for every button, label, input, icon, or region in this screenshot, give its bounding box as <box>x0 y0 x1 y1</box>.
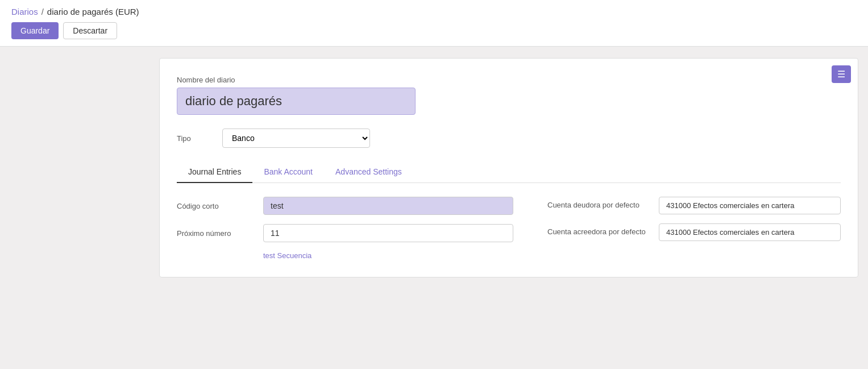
proximo-numero-field: Próximo número <box>177 224 513 242</box>
breadcrumb-parent[interactable]: Diarios <box>11 7 38 16</box>
main-content: ☰ Nombre del diario Tipo Banco Efectivo … <box>0 47 868 289</box>
tab-journal-entries[interactable]: Journal Entries <box>177 161 252 183</box>
cuenta-acreedora-input[interactable] <box>659 223 841 241</box>
codigo-corto-field: Código corto <box>177 197 513 215</box>
left-fields: Código corto Próximo número test Secuenc… <box>177 197 513 260</box>
codigo-corto-label: Código corto <box>177 202 256 210</box>
journal-name-label: Nombre del diario <box>177 76 841 84</box>
cuenta-deudora-input[interactable] <box>659 197 841 214</box>
save-button[interactable]: Guardar <box>11 22 59 39</box>
breadcrumb-separator: / <box>41 7 44 16</box>
proximo-numero-label: Próximo número <box>177 229 256 238</box>
card-icon: ☰ <box>837 69 845 79</box>
tipo-select[interactable]: Banco Efectivo Ventas Compras Varios <box>222 128 370 148</box>
tab-content: Código corto Próximo número test Secuenc… <box>177 197 841 260</box>
action-buttons: Guardar Descartar <box>11 22 857 39</box>
tab-advanced-settings[interactable]: Advanced Settings <box>324 161 413 183</box>
codigo-corto-input[interactable] <box>263 197 513 215</box>
cuenta-deudora-label: Cuenta deudora por defecto <box>547 201 639 209</box>
tabs-container: Journal Entries Bank Account Advanced Se… <box>177 161 841 183</box>
form-card: ☰ Nombre del diario Tipo Banco Efectivo … <box>159 58 858 277</box>
breadcrumb: Diarios / diario de pagarés (EUR) <box>11 7 857 16</box>
journal-name-input[interactable] <box>177 88 416 115</box>
top-bar: Diarios / diario de pagarés (EUR) Guarda… <box>0 0 868 47</box>
tab-bank-account[interactable]: Bank Account <box>252 161 324 183</box>
cuenta-acreedora-label: Cuenta acreedora por defecto <box>547 227 646 236</box>
discard-button[interactable]: Descartar <box>63 22 117 39</box>
cuenta-deudora-row: Cuenta deudora por defecto <box>547 197 841 214</box>
sequence-link[interactable]: test Secuencia <box>263 251 513 260</box>
breadcrumb-current: diario de pagarés (EUR) <box>47 7 139 16</box>
cuenta-acreedora-row: Cuenta acreedora por defecto <box>547 223 841 241</box>
proximo-numero-input[interactable] <box>263 224 513 242</box>
journal-name-field-group: Nombre del diario <box>177 76 841 115</box>
right-fields: Cuenta deudora por defecto Cuenta acreed… <box>547 197 841 260</box>
tipo-row: Tipo Banco Efectivo Ventas Compras Vario… <box>177 128 841 148</box>
cuenta-deudora-label-group: Cuenta deudora por defecto <box>547 200 650 210</box>
cuenta-acreedora-label-group: Cuenta acreedora por defecto <box>547 227 650 237</box>
left-sidebar <box>11 58 148 277</box>
card-icon-button[interactable]: ☰ <box>832 65 851 83</box>
tipo-label: Tipo <box>177 134 211 143</box>
